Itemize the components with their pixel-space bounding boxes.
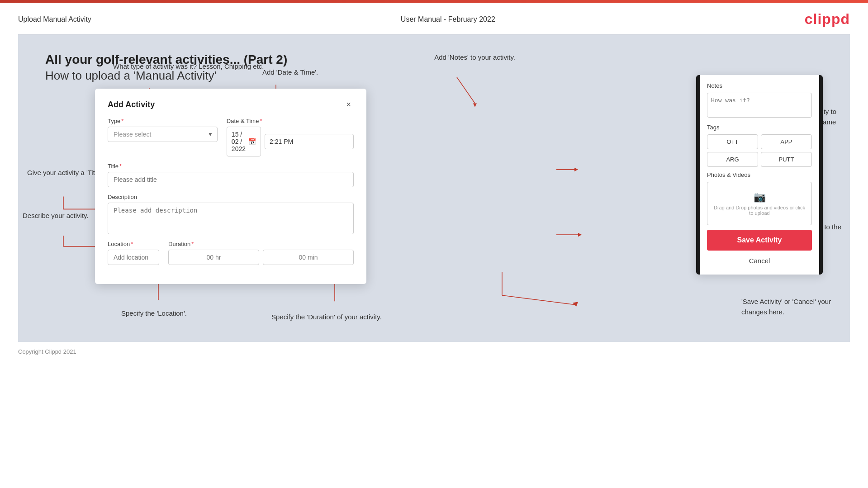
tag-app[interactable]: APP [761, 134, 812, 149]
notes-textarea[interactable] [707, 93, 812, 118]
svg-marker-16 [473, 103, 477, 107]
time-input[interactable] [265, 134, 354, 149]
description-group: Description [108, 194, 354, 234]
duration-fields [168, 250, 354, 265]
header-center-text: User Manual - February 2022 [401, 15, 495, 24]
tag-arg[interactable]: ARG [707, 152, 758, 167]
tags-grid: OTT APP ARG PUTT [707, 134, 812, 167]
duration-hr-input[interactable] [168, 250, 259, 265]
datetime-inputs: 15 / 02 / 2022 📅 [227, 127, 354, 156]
type-select-wrapper: Please select ▼ [108, 127, 218, 142]
tags-section-label: Tags [707, 124, 812, 131]
header-right: clippd [805, 11, 850, 28]
modal-header: Add Activity × [108, 99, 354, 109]
notes-section-label: Notes [707, 82, 812, 89]
title-group: Title* [108, 163, 354, 187]
duration-min-input[interactable] [263, 250, 354, 265]
add-activity-modal: Add Activity × Type* Please select ▼ Dat… [95, 89, 366, 284]
photo-icon: 📷 [712, 191, 807, 203]
duration-label: Duration* [168, 241, 354, 247]
description-label: Description [108, 194, 354, 200]
type-select[interactable]: Please select [108, 127, 218, 142]
duration-group: Duration* [168, 241, 354, 265]
datetime-label: Date & Time* [227, 118, 354, 124]
clippd-logo: clippd [805, 11, 850, 28]
annotation-describe: Describe your activity. [23, 211, 89, 220]
svg-marker-20 [578, 233, 582, 237]
photo-drop-text: Drag and Drop photos and videos or click… [712, 205, 807, 216]
cancel-button[interactable]: Cancel [707, 254, 812, 267]
type-label: Type* [108, 118, 218, 124]
main-content: All your golf-relevant activities... (Pa… [18, 34, 850, 342]
photos-section-label: Photos & Videos [707, 171, 812, 178]
modal-close-button[interactable]: × [343, 99, 354, 109]
tag-ott[interactable]: OTT [707, 134, 758, 149]
annotation-what-type: What type of activity was it? Lesson, Ch… [113, 62, 264, 71]
photo-drop-area[interactable]: 📷 Drag and Drop photos and videos or cli… [707, 182, 812, 225]
header-left-text: Upload Manual Activity [18, 15, 91, 24]
phone-inner: Notes Tags OTT APP ARG PUTT Photos & Vid… [700, 75, 819, 275]
annotation-date-time: Add 'Date & Time'. [262, 68, 318, 76]
svg-line-22 [502, 295, 574, 305]
location-duration-row: Location* Duration* [108, 241, 354, 265]
location-input[interactable] [108, 250, 159, 265]
calendar-icon: 📅 [248, 138, 256, 145]
location-group: Location* [108, 241, 159, 265]
type-group: Type* Please select ▼ [108, 118, 218, 156]
header: Upload Manual Activity User Manual - Feb… [0, 3, 868, 28]
type-datetime-row: Type* Please select ▼ Date & Time* 15 / … [108, 118, 354, 156]
location-label: Location* [108, 241, 159, 247]
annotation-location: Specify the 'Location'. [121, 309, 187, 317]
date-input[interactable]: 15 / 02 / 2022 📅 [227, 127, 261, 156]
tag-putt[interactable]: PUTT [761, 152, 812, 167]
phone-panel: Notes Tags OTT APP ARG PUTT Photos & Vid… [696, 75, 823, 275]
datetime-group: Date & Time* 15 / 02 / 2022 📅 [227, 118, 354, 156]
title-input[interactable] [108, 172, 354, 187]
title-label: Title* [108, 163, 354, 170]
annotation-notes: Add 'Notes' to your activity. [434, 52, 515, 62]
svg-marker-23 [573, 302, 578, 306]
footer: Copyright Clippd 2021 [0, 342, 868, 361]
annotation-give-title: Give your activity a 'Title'. [27, 168, 104, 177]
save-activity-button[interactable]: Save Activity [707, 230, 812, 251]
copyright-text: Copyright Clippd 2021 [18, 348, 76, 355]
annotation-save: 'Save Activity' or 'Cancel' your changes… [741, 297, 845, 317]
description-textarea[interactable] [108, 203, 354, 234]
annotation-duration: Specify the 'Duration' of your activity. [271, 312, 382, 322]
svg-marker-18 [574, 168, 578, 171]
modal-title: Add Activity [108, 100, 155, 109]
